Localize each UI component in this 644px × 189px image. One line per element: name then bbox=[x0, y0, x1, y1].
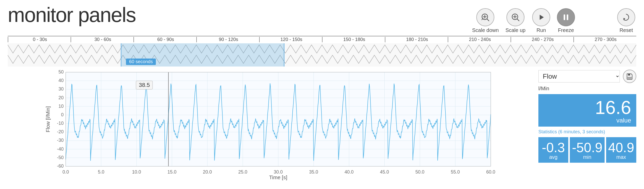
save-button[interactable] bbox=[623, 70, 636, 83]
svg-text:Time [s]: Time [s] bbox=[269, 175, 287, 180]
stats-row: -0.3 avg -50.9 min 40.9 max bbox=[538, 137, 636, 163]
min-label: min bbox=[583, 154, 591, 160]
svg-text:50: 50 bbox=[58, 69, 64, 75]
value-number: 16.6 bbox=[595, 98, 631, 117]
run-button[interactable]: Run bbox=[531, 7, 551, 34]
waveform-overview: 60 seconds bbox=[8, 43, 636, 67]
scale-up-button[interactable]: Scale up bbox=[504, 7, 527, 34]
main-container: monitor panels Scale down bbox=[0, 0, 644, 189]
unit-label: l/Min bbox=[538, 86, 636, 92]
toolbar: Scale down Scale up bbox=[471, 5, 636, 34]
chart-area: 50403020100-10-20-30-40-50-600.05.010.01… bbox=[8, 67, 533, 180]
svg-rect-69 bbox=[628, 77, 632, 79]
chart-container: 50403020100-10-20-30-40-50-600.05.010.01… bbox=[8, 67, 533, 186]
timeline-label: 150 - 180s bbox=[322, 37, 385, 42]
freeze-icon bbox=[557, 8, 575, 26]
svg-text:10: 10 bbox=[58, 104, 64, 109]
run-icon bbox=[532, 8, 550, 26]
flow-select[interactable]: Flow bbox=[538, 70, 620, 83]
max-stat-box: 40.9 max bbox=[606, 137, 636, 163]
svg-text:5.0: 5.0 bbox=[98, 169, 104, 175]
app-title: monitor panels bbox=[8, 5, 136, 25]
svg-text:-60: -60 bbox=[57, 163, 64, 169]
scale-down-icon bbox=[476, 8, 494, 26]
svg-text:-50: -50 bbox=[57, 155, 64, 160]
freeze-button[interactable]: Freeze bbox=[556, 7, 576, 34]
freeze-label: Freeze bbox=[558, 27, 574, 33]
svg-text:20.0: 20.0 bbox=[203, 169, 212, 175]
timeline-strip: 0 - 30s30 - 60s60 - 90s90 - 120s120 - 15… bbox=[8, 36, 636, 42]
flow-selector-row: Flow bbox=[538, 70, 636, 83]
avg-stat-box: -0.3 avg bbox=[538, 137, 568, 163]
svg-rect-10 bbox=[564, 14, 565, 20]
timeline-label: 30 - 60s bbox=[71, 37, 133, 42]
timeline-label: 270 - 300s bbox=[573, 37, 636, 42]
min-value: -50.9 bbox=[572, 141, 603, 154]
timeline-label: 240 - 270s bbox=[511, 37, 573, 42]
timeline-label: 60 - 90s bbox=[133, 37, 196, 42]
svg-text:Flow [l/Min]: Flow [l/Min] bbox=[45, 106, 51, 132]
svg-text:35.0: 35.0 bbox=[309, 169, 318, 175]
svg-rect-11 bbox=[567, 14, 568, 20]
svg-text:50.0: 50.0 bbox=[415, 169, 424, 175]
svg-text:10.0: 10.0 bbox=[132, 169, 141, 175]
scale-up-icon bbox=[506, 8, 524, 26]
value-box: 16.6 value bbox=[538, 94, 636, 127]
timeline-label: 210 - 240s bbox=[448, 37, 511, 42]
scale-down-button[interactable]: Scale down bbox=[471, 7, 500, 34]
content-row: 50403020100-10-20-30-40-50-600.05.010.01… bbox=[8, 67, 636, 186]
scale-up-label: Scale up bbox=[505, 27, 526, 33]
right-panel: Flow l/Min 16.6 value Statistics (6 minu… bbox=[538, 67, 636, 186]
timeline-label: 90 - 120s bbox=[196, 37, 259, 42]
max-value: 40.9 bbox=[608, 141, 634, 154]
stats-header: Statistics (6 minutes, 3 seconds) bbox=[538, 129, 636, 135]
svg-text:40: 40 bbox=[58, 78, 64, 83]
reset-label: Reset bbox=[620, 27, 633, 33]
value-sublabel: value bbox=[616, 117, 631, 124]
svg-text:0.0: 0.0 bbox=[62, 169, 69, 175]
svg-text:30.0: 30.0 bbox=[274, 169, 283, 175]
svg-line-6 bbox=[517, 19, 519, 21]
selection-label: 60 seconds bbox=[126, 59, 156, 65]
max-label: max bbox=[616, 154, 626, 160]
svg-text:15.0: 15.0 bbox=[167, 169, 176, 175]
svg-text:45.0: 45.0 bbox=[380, 169, 389, 175]
timeline-labels: 0 - 30s30 - 60s60 - 90s90 - 120s120 - 15… bbox=[8, 36, 636, 42]
timeline-label: 180 - 210s bbox=[385, 37, 448, 42]
svg-line-1 bbox=[487, 19, 489, 21]
header-row: monitor panels Scale down bbox=[8, 5, 636, 34]
reset-button[interactable]: Reset bbox=[616, 7, 636, 34]
svg-text:55.0: 55.0 bbox=[451, 169, 460, 175]
svg-text:40.0: 40.0 bbox=[344, 169, 353, 175]
svg-text:-30: -30 bbox=[57, 138, 64, 143]
chart-tooltip: 38.5 bbox=[136, 81, 153, 89]
svg-marker-9 bbox=[540, 15, 544, 20]
svg-text:25.0: 25.0 bbox=[238, 169, 247, 175]
reset-icon bbox=[617, 8, 635, 26]
timeline-label: 120 - 150s bbox=[259, 37, 322, 42]
svg-text:-20: -20 bbox=[57, 129, 64, 134]
svg-rect-68 bbox=[628, 74, 630, 76]
avg-value: -0.3 bbox=[542, 141, 565, 154]
svg-text:60.0: 60.0 bbox=[486, 169, 495, 175]
svg-text:30: 30 bbox=[58, 86, 64, 92]
timeline-label: 0 - 30s bbox=[8, 37, 71, 42]
svg-text:20: 20 bbox=[58, 95, 64, 100]
svg-text:0: 0 bbox=[61, 112, 64, 117]
svg-text:-40: -40 bbox=[57, 146, 64, 152]
svg-text:-10: -10 bbox=[57, 121, 64, 126]
scale-down-label: Scale down bbox=[472, 27, 499, 33]
min-stat-box: -50.9 min bbox=[570, 137, 605, 163]
avg-label: avg bbox=[549, 154, 557, 160]
run-label: Run bbox=[537, 27, 546, 33]
